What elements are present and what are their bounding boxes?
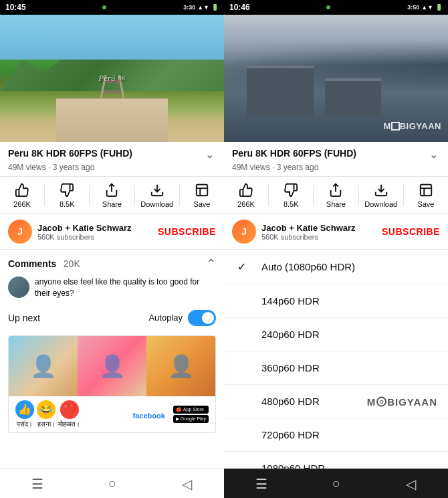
right-channel-name[interactable]: Jacob + Katie Schwarz xyxy=(261,223,382,233)
left-subscribe-button[interactable]: SUBSCRIBE xyxy=(158,226,216,237)
left-comments-expand-icon[interactable]: ⌃ xyxy=(206,256,216,271)
left-save-button[interactable]: Save xyxy=(185,182,219,208)
right-wifi-icon: ▲▼ xyxy=(421,4,433,11)
right-bottom-nav: ☰ ○ ◁ xyxy=(224,469,448,498)
left-channel-row: J Jacob + Katie Schwarz 560K subscribers… xyxy=(0,214,224,250)
right-channel-row: J Jacob + Katie Schwarz 560K subscribers… xyxy=(224,214,448,250)
right-like-count: 266K xyxy=(237,200,255,208)
right-save-icon xyxy=(418,182,434,198)
left-reaction-like: 👍 पसंद। xyxy=(15,400,34,428)
left-video-info: Peru 8K HDR 60FPS (FUHD) ⌄ 49M views · 3… xyxy=(0,142,224,176)
left-nav-back[interactable]: ◁ xyxy=(177,475,196,493)
left-download-button[interactable]: Download xyxy=(140,182,174,208)
right-nav-menu[interactable]: ☰ xyxy=(252,475,271,493)
right-signal-dot xyxy=(326,5,330,9)
left-nav-home[interactable]: ○ xyxy=(102,475,121,493)
left-fb-img-3: 👤 xyxy=(146,336,215,396)
right-divider-2 xyxy=(313,185,314,205)
battery-label: 3:30 xyxy=(183,4,195,11)
left-up-next: Up next Autoplay xyxy=(0,303,224,330)
left-comment-avatar xyxy=(8,276,29,298)
right-video-info: Peru 8K HDR 60FPS (FUHD) ⌄ 49M views · 3… xyxy=(224,142,448,176)
left-dislike-button[interactable]: 8.5K xyxy=(50,182,84,208)
left-dislike-count: 8.5K xyxy=(60,200,75,208)
dislike-icon xyxy=(59,182,75,198)
left-channel-avatar[interactable]: J xyxy=(8,220,32,244)
left-share-button[interactable]: Share xyxy=(95,182,128,208)
left-video-title: Peru 8K HDR 60FPS (FUHD) xyxy=(8,147,203,159)
left-comments-title: Comments xyxy=(8,258,56,269)
haha-reaction-text: हसना। xyxy=(37,420,55,428)
left-app-store-badges: 🍎App Store ▶Google Play xyxy=(173,406,209,423)
right-video-title: Peru 8K HDR 60FPS (FUHD) xyxy=(232,147,427,159)
right-dislike-button[interactable]: 8.5K xyxy=(274,182,308,208)
haha-emoji: 😂 xyxy=(37,400,55,419)
right-save-label: Save xyxy=(417,200,434,208)
left-fb-logo: facebook xyxy=(133,406,165,422)
left-fb-img-1: 👤 xyxy=(9,336,78,396)
left-fb-img-2: 👤 xyxy=(78,336,146,396)
love-emoji: ❤️ xyxy=(60,400,79,419)
left-facebook-ad[interactable]: 👤 👤 👤 👍 पसंद। 😂 हसना। ❤️ xyxy=(8,335,216,433)
svg-rect-9 xyxy=(197,185,208,196)
right-battery-label: 3:50 xyxy=(407,4,419,11)
left-share-label: Share xyxy=(102,200,122,208)
right-video-thumbnail[interactable]: M BIGYAAN xyxy=(224,15,448,142)
wifi-icon: ▲▼ xyxy=(197,4,209,11)
quality-checkmark-auto: ✓ xyxy=(237,260,253,273)
like-reaction-text: पसंद। xyxy=(17,420,33,428)
quality-item-144p[interactable]: 144p60 HDR xyxy=(224,284,448,318)
like-emoji: 👍 xyxy=(15,400,34,419)
left-comment-item: anyone else feel like the quality is too… xyxy=(8,276,216,299)
left-divider-3 xyxy=(134,185,135,205)
download-icon xyxy=(149,182,165,198)
right-download-label: Download xyxy=(364,200,397,208)
right-nav-back[interactable]: ◁ xyxy=(401,475,420,493)
right-share-label: Share xyxy=(326,200,346,208)
quality-item-240p[interactable]: 240p60 HDR xyxy=(224,318,448,351)
right-divider-3 xyxy=(358,185,359,205)
left-autoplay-toggle[interactable] xyxy=(188,310,216,326)
left-autoplay-label: Autoplay xyxy=(148,313,183,323)
right-channel-subs: 560K subscribers xyxy=(261,233,382,241)
quality-item-720p[interactable]: 720p60 HDR xyxy=(224,418,448,452)
right-status-bar: 10:46 3:50 ▲▼ 🔋 xyxy=(224,0,448,15)
right-like-button[interactable]: 266K xyxy=(229,182,263,208)
left-channel-subs: 560K subscribers xyxy=(37,233,158,241)
right-share-icon xyxy=(328,182,344,198)
right-subscribe-button[interactable]: SUBSCRIBE xyxy=(382,226,440,237)
left-channel-info: Jacob + Katie Schwarz 560K subscribers xyxy=(37,223,158,241)
quality-item-auto[interactable]: ✓ Auto (1080p60 HDR) xyxy=(224,250,448,284)
quality-label-auto: Auto (1080p60 HDR) xyxy=(261,261,355,272)
save-icon xyxy=(194,182,210,198)
left-channel-name[interactable]: Jacob + Katie Schwarz xyxy=(37,223,158,233)
right-video-meta: 49M views · 3 years ago xyxy=(232,163,440,172)
right-download-icon xyxy=(373,182,389,198)
left-video-thumbnail[interactable]: Perú 8K xyxy=(0,15,224,142)
right-chevron-icon[interactable]: ⌄ xyxy=(427,147,440,161)
left-fb-images: 👤 👤 👤 xyxy=(9,336,215,396)
love-reaction-text: मोहब्बत। xyxy=(58,420,80,428)
right-status-icons: 3:50 ▲▼ 🔋 xyxy=(407,4,443,11)
left-reaction-love: ❤️ मोहब्बत। xyxy=(58,400,80,428)
right-save-button[interactable]: Save xyxy=(409,182,443,208)
left-reaction-haha: 😂 हसना। xyxy=(37,400,55,428)
left-divider-1 xyxy=(44,185,45,205)
quality-item-360p[interactable]: 360p60 HDR xyxy=(224,351,448,385)
right-channel-info: Jacob + Katie Schwarz 560K subscribers xyxy=(261,223,382,241)
left-chevron-icon[interactable]: ⌄ xyxy=(203,147,216,161)
right-nav-home[interactable]: ○ xyxy=(326,475,345,493)
mobigyaan-text-watermark: M O BIGYAAN xyxy=(367,396,437,408)
right-share-button[interactable]: Share xyxy=(319,182,352,208)
left-like-button[interactable]: 266K xyxy=(5,182,39,208)
left-nav-menu[interactable]: ☰ xyxy=(28,475,47,493)
quality-item-1080p[interactable]: 1080p60 HDR xyxy=(224,452,448,469)
right-divider-1 xyxy=(268,185,269,205)
quality-label-480p: 480p60 HDR xyxy=(261,396,320,407)
right-channel-avatar[interactable]: J xyxy=(232,220,256,244)
quality-label-720p: 720p60 HDR xyxy=(261,429,320,440)
left-fb-bottom: 👍 पसंद। 😂 हसना। ❤️ मोहब्बत। facebook 🍎Ap… xyxy=(9,396,215,432)
right-panel: 10:46 3:50 ▲▼ 🔋 M BIGYAAN Peru 8K HDR 60… xyxy=(224,0,448,498)
right-download-button[interactable]: Download xyxy=(364,182,398,208)
left-actions-row: 266K 8.5K Share xyxy=(0,176,224,214)
